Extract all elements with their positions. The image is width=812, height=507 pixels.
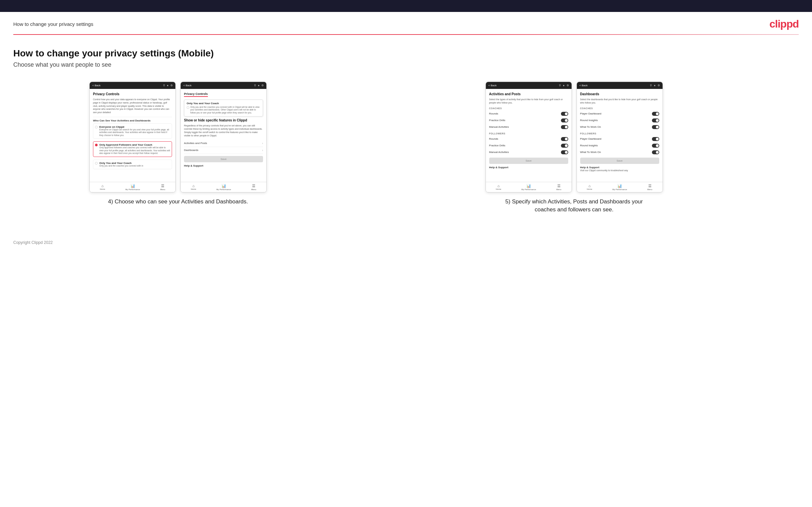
- activities-posts-item[interactable]: Activities and Posts ›: [184, 140, 263, 147]
- person-icon[interactable]: ♠: [167, 84, 168, 87]
- mockup-body-3: Activities and Posts Select the types of…: [486, 89, 571, 182]
- practice-drills-toggle-followers[interactable]: Practice Drills: [489, 143, 568, 149]
- person-icon-2[interactable]: ♠: [258, 84, 259, 87]
- what-to-work-on-label-followers: What To Work On: [580, 151, 601, 154]
- radio-option-coach-only[interactable]: Only You and Your Coach Only you and the…: [93, 160, 172, 169]
- radio-circle-everyone: [95, 126, 98, 128]
- search-icon-3[interactable]: ⚲: [559, 84, 561, 87]
- round-insights-toggle-switch-coaches[interactable]: [652, 118, 659, 122]
- back-button-2[interactable]: < Back: [183, 84, 192, 87]
- search-icon-2[interactable]: ⚲: [254, 84, 256, 87]
- tab-home-1[interactable]: ⌂ Home: [100, 184, 105, 190]
- mockup-body-2: Privacy Controls Only You and Your Coach…: [181, 89, 266, 182]
- radio-desc-approved: Only approved followers and coaches you …: [99, 146, 170, 155]
- round-insights-toggle-switch-followers[interactable]: [652, 144, 659, 148]
- show-hide-title: Show or hide specific features in Clippd: [184, 118, 263, 122]
- tab-menu-label-1: Menu: [160, 188, 165, 190]
- screenshot-2: < Back ⚲ ♠ ⚙ Privacy Controls Only You a…: [180, 81, 267, 192]
- rounds-toggle-coaches[interactable]: Rounds: [489, 111, 568, 117]
- tab-menu-3[interactable]: ☰ Menu: [556, 184, 561, 190]
- tab-menu-label-2: Menu: [251, 188, 256, 190]
- radio-option-approved[interactable]: Only Approved Followers and Your Coach O…: [93, 142, 172, 157]
- dashboards-item[interactable]: Dashboards ›: [184, 147, 263, 154]
- radio-desc-coach-only: Only you and the coaches you connect wit…: [99, 165, 170, 167]
- tab-home-4[interactable]: ⌂ Home: [587, 184, 592, 190]
- round-insights-label-followers: Round Insights: [580, 144, 598, 147]
- practice-drills-label-followers: Practice Drills: [489, 144, 505, 147]
- tabbar-4: ⌂ Home 📊 My Performance ☰ Menu: [577, 182, 663, 192]
- tab-menu-label-3: Menu: [556, 188, 561, 190]
- settings-icon-3[interactable]: ⚙: [567, 84, 569, 87]
- back-button-4[interactable]: < Back: [579, 84, 588, 87]
- settings-icon-2[interactable]: ⚙: [261, 84, 264, 87]
- tab-menu-1[interactable]: ☰ Menu: [160, 184, 165, 190]
- practice-drills-toggle-coaches[interactable]: Practice Drills: [489, 117, 568, 124]
- tab-home-label-1: Home: [100, 188, 105, 190]
- player-dashboard-toggle-coaches[interactable]: Player Dashboard: [580, 111, 659, 117]
- manual-activities-toggle-switch-followers[interactable]: [561, 150, 568, 154]
- nav-icons-4: ⚲ ♠ ⚙: [650, 84, 660, 87]
- what-to-work-on-toggle-followers[interactable]: What To Work On: [580, 149, 659, 156]
- person-icon-4[interactable]: ♠: [654, 84, 655, 87]
- player-dashboard-toggle-switch-followers[interactable]: [652, 137, 659, 141]
- rounds-toggle-followers[interactable]: Rounds: [489, 136, 568, 143]
- mockup-body-4: Dashboards Select the dashboards that yo…: [577, 89, 663, 182]
- mockup-body-1: Privacy Controls Control how you and you…: [90, 89, 175, 182]
- tab-home-3[interactable]: ⌂ Home: [496, 184, 501, 190]
- tabbar-2: ⌂ Home 📊 My Performance ☰ Menu: [181, 182, 266, 192]
- coaches-tag-4: COACHES: [580, 107, 659, 110]
- radio-circle-popup: [187, 106, 189, 109]
- home-icon-1: ⌂: [101, 184, 104, 188]
- save-button-4[interactable]: Save: [580, 158, 659, 164]
- manual-activities-label-coaches: Manual Activities: [489, 125, 509, 128]
- screenshot-1: < Back ⚲ ♠ ⚙ Privacy Controls Control ho…: [89, 81, 176, 192]
- group-right: < Back ⚲ ♠ ⚙ Activities and Posts Select…: [349, 81, 799, 214]
- back-button-3[interactable]: < Back: [489, 84, 497, 87]
- back-button-1[interactable]: < Back: [92, 84, 101, 87]
- player-dashboard-toggle-followers[interactable]: Player Dashboard: [580, 136, 659, 143]
- player-dashboard-toggle-switch-coaches[interactable]: [652, 112, 659, 116]
- group-left: < Back ⚲ ♠ ⚙ Privacy Controls Control ho…: [13, 81, 343, 206]
- what-to-work-on-toggle-switch-followers[interactable]: [652, 150, 659, 154]
- manual-activities-toggle-followers[interactable]: Manual Activities: [489, 149, 568, 156]
- round-insights-toggle-coaches[interactable]: Round Insights: [580, 117, 659, 124]
- player-dashboard-label-followers: Player Dashboard: [580, 137, 601, 140]
- person-icon-3[interactable]: ♠: [563, 84, 564, 87]
- tab-performance-label-3: My Performance: [521, 188, 536, 190]
- performance-icon-3: 📊: [526, 184, 531, 188]
- popup-box: Only You and Your Coach Only you and the…: [184, 100, 263, 116]
- tab-menu-2[interactable]: ☰ Menu: [251, 184, 256, 190]
- radio-text-approved: Only Approved Followers and Your Coach O…: [99, 143, 170, 155]
- help-text-4: Visit our Clippd community to troublesho…: [580, 169, 659, 172]
- rounds-toggle-switch-coaches[interactable]: [561, 112, 568, 116]
- practice-drills-toggle-switch-coaches[interactable]: [561, 118, 568, 122]
- settings-icon-4[interactable]: ⚙: [658, 84, 660, 87]
- search-icon[interactable]: ⚲: [163, 84, 165, 87]
- tab-home-label-4: Home: [587, 188, 592, 190]
- settings-icon[interactable]: ⚙: [170, 84, 173, 87]
- practice-drills-toggle-switch-followers[interactable]: [561, 144, 568, 148]
- rounds-toggle-switch-followers[interactable]: [561, 137, 568, 141]
- privacy-controls-tab[interactable]: Privacy Controls: [184, 92, 208, 97]
- mockup-nav-2: < Back ⚲ ♠ ⚙: [181, 82, 266, 89]
- menu-icon-2: ☰: [252, 184, 255, 188]
- tab-performance-2[interactable]: 📊 My Performance: [216, 184, 231, 190]
- tab-home-2[interactable]: ⌂ Home: [191, 184, 196, 190]
- tabbar-1: ⌂ Home 📊 My Performance ☰ Menu: [90, 182, 175, 192]
- tab-menu-4[interactable]: ☰ Menu: [647, 184, 652, 190]
- nav-icons-3: ⚲ ♠ ⚙: [559, 84, 568, 87]
- who-can-see-label: Who Can See Your Activities and Dashboar…: [93, 119, 172, 122]
- tab-performance-3[interactable]: 📊 My Performance: [521, 184, 536, 190]
- search-icon-4[interactable]: ⚲: [650, 84, 652, 87]
- tab-performance-1[interactable]: 📊 My Performance: [125, 184, 140, 190]
- radio-option-everyone[interactable]: Everyone on Clippd Everyone on Clippd ca…: [93, 123, 172, 139]
- tab-performance-4[interactable]: 📊 My Performance: [612, 184, 627, 190]
- save-button-2[interactable]: Save: [184, 156, 263, 162]
- round-insights-toggle-followers[interactable]: Round Insights: [580, 143, 659, 149]
- manual-activities-toggle-switch-coaches[interactable]: [561, 125, 568, 129]
- save-button-3[interactable]: Save: [489, 158, 568, 164]
- performance-icon-2: 📊: [221, 184, 226, 188]
- what-to-work-on-toggle-coaches[interactable]: What To Work On: [580, 124, 659, 130]
- what-to-work-on-toggle-switch-coaches[interactable]: [652, 125, 659, 129]
- manual-activities-toggle-coaches[interactable]: Manual Activities: [489, 124, 568, 130]
